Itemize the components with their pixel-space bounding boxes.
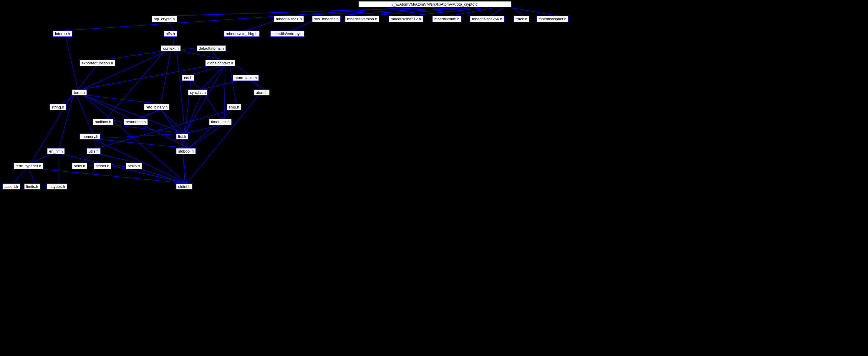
node-string_h[interactable]: string.h xyxy=(50,104,66,110)
svg-line-61 xyxy=(31,168,187,183)
node-trace_h[interactable]: trace.h xyxy=(514,16,529,22)
svg-line-53 xyxy=(93,139,97,148)
node-mbedtls_md5_h[interactable]: mbedtls/md5.h xyxy=(432,16,461,22)
node-otp_crypto_h[interactable]: otp_crypto.h xyxy=(152,16,177,22)
node-smp_h[interactable]: smp.h xyxy=(227,104,241,110)
root-node[interactable]: /_w/AtomVM/AtomVM/src/libAtomVM/otp_cryp… xyxy=(358,1,512,7)
node-context_h[interactable]: context.h xyxy=(161,45,181,51)
node-exportedfunction_h[interactable]: exportedfunction.h xyxy=(80,60,115,66)
svg-line-54 xyxy=(93,139,187,183)
svg-line-60 xyxy=(28,168,35,183)
node-erl_nif_h[interactable]: erl_nif.h xyxy=(47,148,65,154)
node-mbedtls_sha256_h[interactable]: mbedtls/sha256.h xyxy=(470,16,504,22)
svg-line-16 xyxy=(82,50,168,90)
node-stdio_h[interactable]: stdio.h xyxy=(72,163,87,169)
svg-line-70 xyxy=(212,50,218,60)
node-ets_h[interactable]: ets.h xyxy=(182,75,194,81)
node-sys_mbedtls_h[interactable]: sys_mbedtls.h xyxy=(312,16,341,22)
svg-line-27 xyxy=(249,80,265,90)
node-inttypes_h[interactable]: inttypes.h xyxy=(46,183,67,190)
svg-line-24 xyxy=(224,65,225,119)
svg-line-38 xyxy=(82,95,160,104)
svg-line-22 xyxy=(236,65,249,75)
svg-line-31 xyxy=(185,95,201,134)
node-mbedtls_cipher_h[interactable]: mbedtls/cipher.h xyxy=(536,16,568,22)
node-limits_h[interactable]: limits.h xyxy=(24,183,40,190)
svg-line-68 xyxy=(65,36,78,90)
node-stddef_h[interactable]: stddef.h xyxy=(94,163,111,169)
node-assert_h[interactable]: assert.h xyxy=(2,183,20,190)
svg-line-37 xyxy=(61,95,76,104)
svg-line-3 xyxy=(290,8,459,16)
svg-line-20 xyxy=(191,65,225,75)
svg-line-39 xyxy=(76,95,93,134)
svg-line-29 xyxy=(185,80,191,134)
node-utils_h[interactable]: utils.h xyxy=(87,148,101,154)
svg-line-40 xyxy=(82,95,185,134)
svg-line-69 xyxy=(78,65,97,90)
node-defaultatoms_h[interactable]: defaultatoms.h xyxy=(197,45,226,51)
svg-line-13 xyxy=(103,50,166,60)
node-nifs_h[interactable]: nifs.h xyxy=(164,31,177,37)
node-mbedtls_sha1_h[interactable]: mbedtls/sha1.h xyxy=(274,16,304,22)
node-atom_h[interactable]: atom.h xyxy=(254,90,270,96)
node-mbedtls_entropy_h[interactable]: mbedtls/entropy.h xyxy=(270,31,305,37)
node-resources_h[interactable]: resources.h xyxy=(124,119,148,125)
svg-line-10 xyxy=(512,8,557,16)
node-stdbool_h[interactable]: stdbool.h xyxy=(176,148,196,154)
svg-line-42 xyxy=(59,95,73,148)
node-term_typedef_h[interactable]: term_typedef.h xyxy=(13,163,43,169)
svg-line-19 xyxy=(177,50,185,134)
svg-line-33 xyxy=(188,109,232,148)
svg-line-57 xyxy=(31,153,53,163)
svg-line-73 xyxy=(187,95,259,183)
svg-line-56 xyxy=(97,153,136,163)
node-stdint_h[interactable]: stdint.h xyxy=(176,183,192,190)
svg-line-12 xyxy=(174,36,174,45)
svg-line-11 xyxy=(168,21,174,31)
svg-line-17 xyxy=(160,50,171,104)
svg-line-14 xyxy=(180,50,225,60)
node-stdlib_h[interactable]: stdlib.h xyxy=(126,163,142,169)
svg-line-28 xyxy=(201,80,242,90)
node-interop_h[interactable]: interop.h xyxy=(53,31,72,37)
node-atom_table_h[interactable]: atom_table.h xyxy=(232,75,259,81)
svg-line-72 xyxy=(291,21,312,31)
node-memory_h[interactable]: memory.h xyxy=(80,134,100,140)
node-synclist_h[interactable]: synclist.h xyxy=(188,90,208,96)
svg-line-51 xyxy=(93,139,188,148)
node-mbedtls_sha512_h[interactable]: mbedtls/sha512.h xyxy=(389,16,423,22)
node-list_h[interactable]: list.h xyxy=(176,134,188,140)
svg-line-35 xyxy=(188,124,224,148)
dependency-graph-edges xyxy=(0,0,868,356)
node-globalcontext_h[interactable]: globalcontext.h xyxy=(205,60,235,66)
svg-line-23 xyxy=(230,65,236,104)
svg-line-8 xyxy=(491,8,503,16)
node-mbedtls_ctr_drbg_h[interactable]: mbedtls/ctr_drbg.h xyxy=(224,31,260,37)
node-timer_list_h[interactable]: timer_list.h xyxy=(209,119,232,125)
node-refc_binary_h[interactable]: refc_binary.h xyxy=(144,104,169,110)
node-mbedtls_version_h[interactable]: mbedtls/version.h xyxy=(345,16,379,22)
svg-line-55 xyxy=(82,153,92,163)
svg-line-49 xyxy=(138,109,160,119)
svg-line-30 xyxy=(191,80,201,90)
svg-line-59 xyxy=(13,168,27,183)
node-term_h[interactable]: term.h xyxy=(72,90,87,96)
svg-line-46 xyxy=(160,109,185,134)
svg-line-52 xyxy=(93,134,185,139)
svg-line-34 xyxy=(185,124,224,134)
node-mailbox_h[interactable]: mailbox.h xyxy=(93,119,113,125)
